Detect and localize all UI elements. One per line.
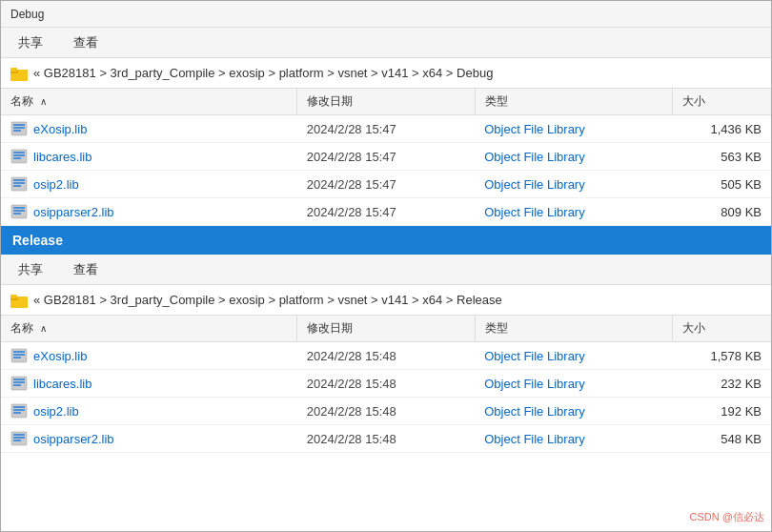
release-header-date[interactable]: 修改日期 — [297, 316, 475, 342]
release-file-rows: eXosip.lib 2024/2/28 15:48 Object File L… — [1, 342, 771, 453]
table-row[interactable]: osipparser2.lib 2024/2/28 15:48 Object F… — [1, 425, 771, 453]
header-size[interactable]: 大小 — [672, 89, 771, 115]
file-size: 192 KB — [672, 398, 771, 425]
view-button-release[interactable]: 查看 — [68, 259, 104, 280]
toolbar-debug: 共享 查看 — [1, 28, 771, 58]
svg-rect-5 — [13, 127, 25, 129]
svg-rect-9 — [13, 154, 25, 156]
lib-icon — [10, 203, 28, 220]
svg-rect-24 — [13, 354, 25, 356]
file-date: 2024/2/28 15:48 — [297, 342, 475, 370]
svg-rect-2 — [10, 68, 17, 72]
table-row[interactable]: osipparser2.lib 2024/2/28 15:47 Object F… — [1, 198, 771, 226]
file-name: eXosip.lib — [10, 120, 288, 137]
file-name-cell: libcares.lib — [1, 143, 297, 171]
watermark: CSDN @信必达 — [690, 510, 764, 524]
file-name-cell: eXosip.lib — [1, 115, 297, 143]
svg-rect-4 — [13, 124, 25, 126]
svg-rect-33 — [13, 412, 21, 414]
file-name: osipparser2.lib — [10, 203, 288, 220]
file-date: 2024/2/28 15:48 — [297, 398, 475, 425]
folder-icon-debug — [10, 66, 28, 81]
file-name: libcares.lib — [10, 148, 288, 165]
file-type: Object File Library — [475, 171, 672, 198]
release-file-pane: 名称 ∧ 修改日期 类型 大小 eXosip.lib — [1, 316, 771, 531]
header-type[interactable]: 类型 — [475, 89, 672, 115]
svg-rect-29 — [13, 384, 21, 386]
breadcrumb-path-release[interactable]: « GB28181 > 3rd_party_Compile > exosip >… — [33, 293, 502, 307]
table-row[interactable]: libcares.lib 2024/2/28 15:48 Object File… — [1, 370, 771, 398]
breadcrumb-release: « GB28181 > 3rd_party_Compile > exosip >… — [1, 285, 771, 316]
file-type: Object File Library — [475, 115, 672, 143]
svg-rect-8 — [13, 152, 25, 153]
toolbar-release: 共享 查看 — [1, 255, 771, 285]
table-row[interactable]: eXosip.lib 2024/2/28 15:48 Object File L… — [1, 342, 771, 370]
main-window: Debug 共享 查看 « GB28181 > 3rd_party_Compil… — [0, 0, 772, 532]
svg-rect-36 — [13, 437, 25, 439]
svg-rect-32 — [13, 409, 25, 411]
svg-rect-35 — [13, 434, 25, 436]
svg-rect-13 — [13, 182, 25, 184]
title-bar: Debug — [1, 1, 771, 28]
table-row[interactable]: eXosip.lib 2024/2/28 15:47 Object File L… — [1, 115, 771, 143]
svg-rect-6 — [13, 130, 21, 132]
file-name-cell: osipparser2.lib — [1, 198, 297, 226]
svg-rect-37 — [13, 440, 21, 441]
file-name: eXosip.lib — [10, 347, 288, 364]
release-file-table: 名称 ∧ 修改日期 类型 大小 eXosip.lib — [1, 316, 771, 453]
lib-icon — [10, 375, 28, 392]
svg-rect-14 — [13, 185, 21, 187]
table-row[interactable]: osip2.lib 2024/2/28 15:47 Object File Li… — [1, 171, 771, 198]
svg-rect-10 — [13, 157, 21, 159]
view-button-debug[interactable]: 查看 — [68, 32, 104, 53]
header-name[interactable]: 名称 ∧ — [1, 89, 297, 115]
file-type: Object File Library — [475, 198, 672, 226]
lib-icon — [10, 402, 28, 419]
file-size: 1,436 KB — [672, 115, 771, 143]
file-size: 1,578 KB — [672, 342, 771, 370]
release-header-name[interactable]: 名称 ∧ — [1, 316, 297, 342]
release-sort-arrow: ∧ — [40, 323, 47, 334]
share-button-debug[interactable]: 共享 — [12, 32, 49, 53]
file-name-cell: osipparser2.lib — [1, 425, 297, 453]
folder-icon-release — [10, 293, 28, 308]
file-date: 2024/2/28 15:48 — [297, 425, 475, 453]
file-date: 2024/2/28 15:47 — [297, 143, 475, 171]
file-name: osip2.lib — [10, 402, 288, 419]
svg-rect-31 — [13, 406, 25, 408]
share-button-release[interactable]: 共享 — [12, 259, 49, 280]
lib-icon — [10, 430, 28, 447]
release-table-header: 名称 ∧ 修改日期 类型 大小 — [1, 316, 771, 342]
file-name-cell: osip2.lib — [1, 171, 297, 198]
breadcrumb-path-debug[interactable]: « GB28181 > 3rd_party_Compile > exosip >… — [33, 66, 493, 80]
table-row[interactable]: libcares.lib 2024/2/28 15:47 Object File… — [1, 143, 771, 171]
window-title: Debug — [10, 8, 44, 21]
file-date: 2024/2/28 15:47 — [297, 171, 475, 198]
file-type: Object File Library — [475, 342, 672, 370]
file-size: 232 KB — [672, 370, 771, 398]
svg-rect-21 — [10, 295, 17, 298]
file-date: 2024/2/28 15:48 — [297, 370, 475, 398]
svg-rect-28 — [13, 381, 25, 383]
table-row[interactable]: osip2.lib 2024/2/28 15:48 Object File Li… — [1, 398, 771, 425]
file-name-cell: osip2.lib — [1, 398, 297, 425]
debug-file-rows: eXosip.lib 2024/2/28 15:47 Object File L… — [1, 115, 771, 226]
file-name-cell: libcares.lib — [1, 370, 297, 398]
debug-file-table: 名称 ∧ 修改日期 类型 大小 eXosip.lib — [1, 89, 771, 226]
svg-rect-17 — [13, 210, 25, 212]
file-name: libcares.lib — [10, 375, 288, 392]
file-type: Object File Library — [475, 398, 672, 425]
release-header-size[interactable]: 大小 — [672, 316, 771, 342]
svg-rect-27 — [13, 379, 25, 380]
release-header-type[interactable]: 类型 — [475, 316, 672, 342]
lib-icon — [10, 148, 28, 165]
lib-icon — [10, 347, 28, 364]
file-name: osip2.lib — [10, 175, 288, 193]
file-size: 548 KB — [672, 425, 771, 453]
sort-arrow-name: ∧ — [40, 96, 47, 107]
header-date[interactable]: 修改日期 — [297, 89, 475, 115]
debug-file-pane: 名称 ∧ 修改日期 类型 大小 eXosip.lib — [1, 89, 771, 226]
svg-rect-16 — [13, 207, 25, 209]
file-size: 505 KB — [672, 171, 771, 198]
svg-rect-23 — [13, 351, 25, 353]
